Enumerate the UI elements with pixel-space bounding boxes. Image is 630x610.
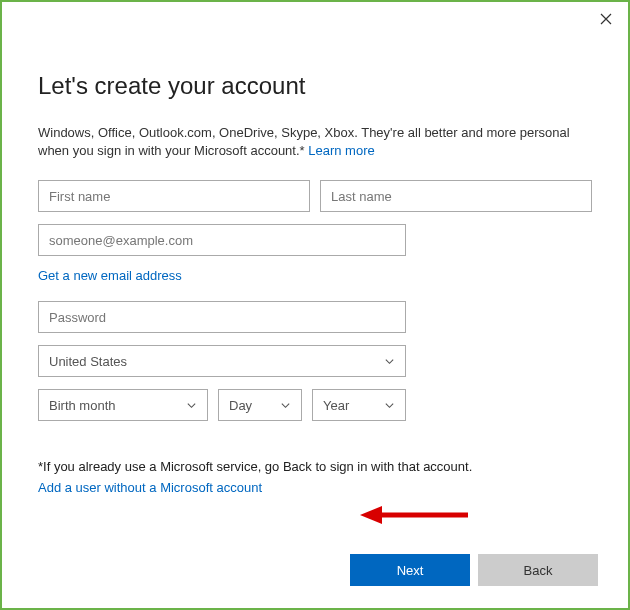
svg-marker-1 bbox=[360, 506, 382, 524]
dialog-content: Let's create your account Windows, Offic… bbox=[2, 2, 628, 496]
birth-day-value: Day bbox=[229, 398, 252, 413]
birth-year-value: Year bbox=[323, 398, 349, 413]
chevron-down-icon bbox=[384, 356, 395, 367]
birth-day-select[interactable]: Day bbox=[218, 389, 302, 421]
last-name-field[interactable]: Last name bbox=[320, 180, 592, 212]
footer-note: *If you already use a Microsoft service,… bbox=[38, 459, 592, 474]
learn-more-link[interactable]: Learn more bbox=[308, 143, 374, 158]
password-field[interactable]: Password bbox=[38, 301, 406, 333]
country-select[interactable]: United States bbox=[38, 345, 406, 377]
chevron-down-icon bbox=[384, 400, 395, 411]
email-placeholder: someone@example.com bbox=[49, 233, 193, 248]
password-placeholder: Password bbox=[49, 310, 106, 325]
last-name-placeholder: Last name bbox=[331, 189, 392, 204]
back-button[interactable]: Back bbox=[478, 554, 598, 586]
birth-month-value: Birth month bbox=[49, 398, 115, 413]
intro-text: Windows, Office, Outlook.com, OneDrive, … bbox=[38, 124, 592, 160]
first-name-placeholder: First name bbox=[49, 189, 110, 204]
close-icon[interactable] bbox=[600, 12, 612, 28]
chevron-down-icon bbox=[186, 400, 197, 411]
birth-month-select[interactable]: Birth month bbox=[38, 389, 208, 421]
add-user-without-account-link[interactable]: Add a user without a Microsoft account bbox=[38, 480, 262, 495]
chevron-down-icon bbox=[280, 400, 291, 411]
dialog-buttons: Next Back bbox=[350, 554, 598, 586]
intro-body: Windows, Office, Outlook.com, OneDrive, … bbox=[38, 125, 570, 158]
email-field[interactable]: someone@example.com bbox=[38, 224, 406, 256]
annotation-arrow-icon bbox=[360, 504, 470, 530]
page-title: Let's create your account bbox=[38, 72, 592, 100]
get-new-email-link[interactable]: Get a new email address bbox=[38, 268, 182, 283]
first-name-field[interactable]: First name bbox=[38, 180, 310, 212]
birth-year-select[interactable]: Year bbox=[312, 389, 406, 421]
next-button[interactable]: Next bbox=[350, 554, 470, 586]
country-value: United States bbox=[49, 354, 127, 369]
